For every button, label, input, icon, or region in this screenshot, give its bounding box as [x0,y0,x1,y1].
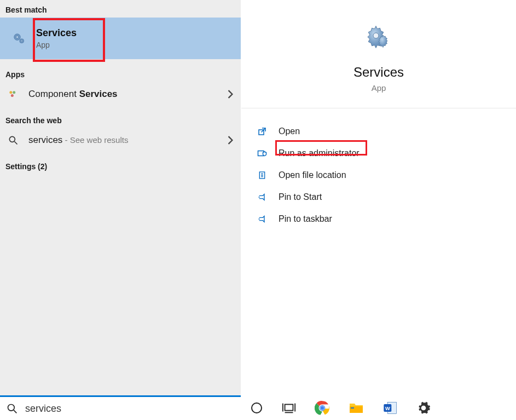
taskbar: W [241,395,516,420]
chrome-icon[interactable] [315,400,330,416]
svg-point-9 [8,405,15,411]
chevron-right-icon [228,136,233,145]
svg-point-25 [321,406,324,410]
services-icon [5,31,33,46]
admin-shield-icon [256,148,269,158]
details-panel: Services App Open Run as administrator [241,0,516,420]
svg-point-5 [13,91,15,94]
chevron-right-icon [228,90,233,99]
section-apps: Apps [0,59,241,82]
web-search-services[interactable]: services - See web results [0,128,241,152]
app-component-services[interactable]: Component Services [0,82,241,106]
open-external-icon [256,126,269,136]
svg-point-6 [11,94,14,97]
open-location-icon [256,170,269,181]
search-input[interactable] [25,397,234,420]
search-icon [5,135,21,146]
component-services-icon [5,89,21,100]
action-run-admin-label: Run as administrator [279,148,360,158]
best-match-subtitle: App [36,40,77,50]
svg-point-3 [21,41,22,42]
settings-gear-icon[interactable] [416,401,431,415]
action-open-label: Open [279,126,300,136]
svg-text:W: W [385,405,390,411]
services-large-icon [362,22,395,55]
section-settings[interactable]: Settings (2) [0,152,241,174]
svg-point-4 [9,91,12,94]
svg-rect-26 [350,406,363,413]
search-results-panel: Best match Services App Apps [0,0,241,420]
svg-rect-27 [351,407,354,409]
action-open[interactable]: Open [252,120,505,142]
action-open-file-location[interactable]: Open file location [252,164,505,186]
action-open-loc-label: Open file location [279,170,346,180]
app-label: Component Services [28,89,118,100]
cortana-icon[interactable] [250,401,263,415]
svg-point-7 [9,136,15,142]
action-run-as-administrator[interactable]: Run as administrator [252,142,505,164]
svg-line-10 [14,410,16,413]
best-match-title: Services [36,27,77,39]
action-pin-to-start[interactable]: Pin to Start [252,186,505,208]
section-best-match: Best match [0,0,241,18]
task-view-icon[interactable] [282,402,296,414]
svg-point-1 [16,36,19,38]
detail-title: Services [353,65,404,80]
svg-point-11 [373,33,379,38]
search-icon [7,403,18,414]
svg-line-8 [15,142,18,145]
svg-point-17 [252,403,262,413]
action-pin-to-taskbar[interactable]: Pin to taskbar [252,208,505,230]
action-pin-start-label: Pin to Start [279,192,322,202]
file-explorer-icon[interactable] [349,401,364,415]
section-web: Search the web [0,106,241,128]
pin-icon [256,193,269,202]
word-icon[interactable]: W [382,400,398,416]
action-pin-taskbar-label: Pin to taskbar [279,214,332,224]
web-label: services - See web results [28,135,128,146]
best-match-services[interactable]: Services App [0,18,241,59]
detail-subtitle: App [372,83,386,93]
svg-rect-18 [285,404,293,410]
search-bar[interactable] [0,395,241,420]
pin-icon [256,215,269,223]
